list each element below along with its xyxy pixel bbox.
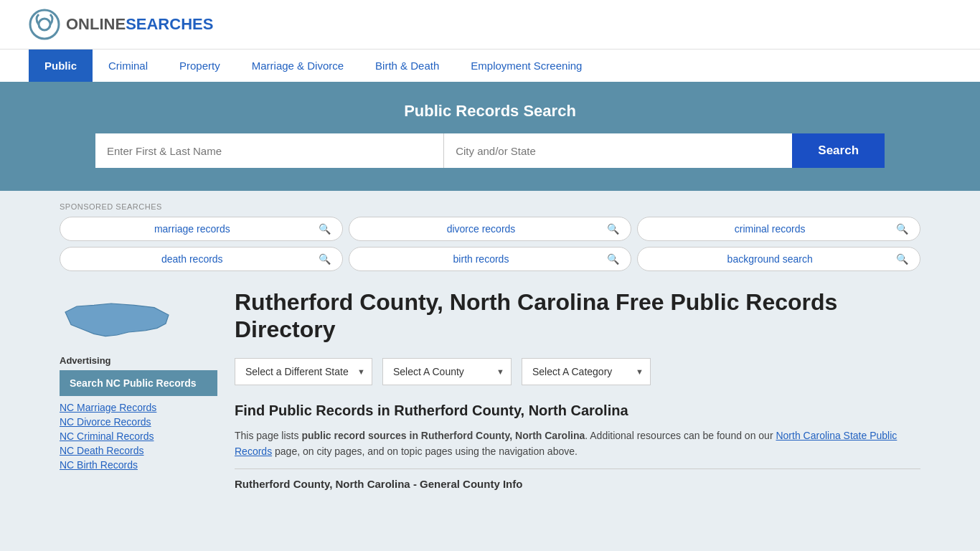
county-dropdown-wrapper: Select A County bbox=[382, 358, 512, 385]
sponsored-label: SPONSORED SEARCHES bbox=[60, 202, 920, 211]
state-dropdown[interactable]: Select a Different State bbox=[235, 358, 372, 385]
county-dropdown[interactable]: Select A County bbox=[382, 358, 512, 385]
search-icon: 🔍 bbox=[319, 223, 331, 235]
category-dropdown[interactable]: Select A Category bbox=[522, 358, 651, 385]
sponsored-link-background[interactable]: background search bbox=[649, 253, 890, 265]
find-title: Find Public Records in Rutherford County… bbox=[235, 402, 920, 419]
sidebar-link-death[interactable]: NC Death Records bbox=[60, 445, 217, 456]
search-form: Search bbox=[95, 133, 885, 168]
list-item[interactable]: marriage records 🔍 bbox=[60, 217, 343, 241]
header: ONLINESEARCHES bbox=[0, 0, 980, 49]
category-dropdown-wrapper: Select A Category bbox=[522, 358, 651, 385]
advertising-label: Advertising bbox=[60, 355, 217, 366]
sponsored-link-divorce[interactable]: divorce records bbox=[361, 223, 602, 235]
main-wrapper: SPONSORED SEARCHES marriage records 🔍 di… bbox=[45, 191, 935, 501]
search-icon: 🔍 bbox=[607, 223, 619, 235]
state-map bbox=[60, 288, 174, 353]
sidebar: Advertising Search NC Public Records NC … bbox=[60, 288, 217, 490]
sidebar-link-divorce[interactable]: NC Divorce Records bbox=[60, 416, 217, 428]
search-banner: Public Records Search Search bbox=[0, 82, 980, 191]
dropdowns-row: Select a Different State Select A County… bbox=[235, 358, 920, 385]
svg-point-0 bbox=[30, 10, 59, 39]
search-icon: 🔍 bbox=[896, 223, 908, 235]
search-button[interactable]: Search bbox=[792, 133, 885, 168]
sidebar-link-birth[interactable]: NC Birth Records bbox=[60, 459, 217, 471]
sidebar-link-criminal[interactable]: NC Criminal Records bbox=[60, 430, 217, 442]
list-item[interactable]: divorce records 🔍 bbox=[349, 217, 632, 241]
nav-marriage-divorce[interactable]: Marriage & Divorce bbox=[236, 50, 359, 82]
sponsored-link-death[interactable]: death records bbox=[72, 253, 313, 265]
svg-point-1 bbox=[39, 19, 50, 30]
search-icon: 🔍 bbox=[607, 253, 619, 265]
name-input[interactable] bbox=[95, 133, 444, 168]
content-section: Advertising Search NC Public Records NC … bbox=[60, 288, 920, 490]
logo[interactable]: ONLINESEARCHES bbox=[29, 9, 213, 40]
search-banner-title: Public Records Search bbox=[29, 102, 951, 121]
list-item[interactable]: death records 🔍 bbox=[60, 247, 343, 271]
logo-icon bbox=[29, 9, 60, 40]
sponsored-link-criminal[interactable]: criminal records bbox=[649, 223, 890, 235]
county-info-title: Rutherford County, North Carolina - Gene… bbox=[235, 468, 920, 490]
sponsored-link-birth[interactable]: birth records bbox=[361, 253, 602, 265]
sponsored-link-marriage[interactable]: marriage records bbox=[72, 223, 313, 235]
sidebar-link-marriage[interactable]: NC Marriage Records bbox=[60, 402, 217, 413]
sidebar-ad-highlight[interactable]: Search NC Public Records bbox=[60, 370, 217, 396]
nav-birth-death[interactable]: Birth & Death bbox=[359, 50, 455, 82]
search-icon: 🔍 bbox=[319, 253, 331, 265]
nav-employment[interactable]: Employment Screening bbox=[455, 50, 598, 82]
main-nav: Public Criminal Property Marriage & Divo… bbox=[0, 49, 980, 82]
logo-text: ONLINESEARCHES bbox=[66, 15, 213, 34]
location-input[interactable] bbox=[444, 133, 792, 168]
list-item[interactable]: birth records 🔍 bbox=[349, 247, 632, 271]
list-item[interactable]: background search 🔍 bbox=[637, 247, 920, 271]
state-dropdown-wrapper: Select a Different State bbox=[235, 358, 372, 385]
list-item[interactable]: criminal records 🔍 bbox=[637, 217, 920, 241]
page-title: Rutherford County, North Carolina Free P… bbox=[235, 288, 920, 344]
nav-property[interactable]: Property bbox=[164, 50, 236, 82]
search-icon: 🔍 bbox=[896, 253, 908, 265]
nav-public[interactable]: Public bbox=[29, 50, 93, 82]
find-description: This page lists public record sources in… bbox=[235, 428, 920, 460]
sponsored-grid: marriage records 🔍 divorce records 🔍 cri… bbox=[60, 217, 920, 271]
main-content: Rutherford County, North Carolina Free P… bbox=[235, 288, 920, 490]
nav-criminal[interactable]: Criminal bbox=[93, 50, 164, 82]
